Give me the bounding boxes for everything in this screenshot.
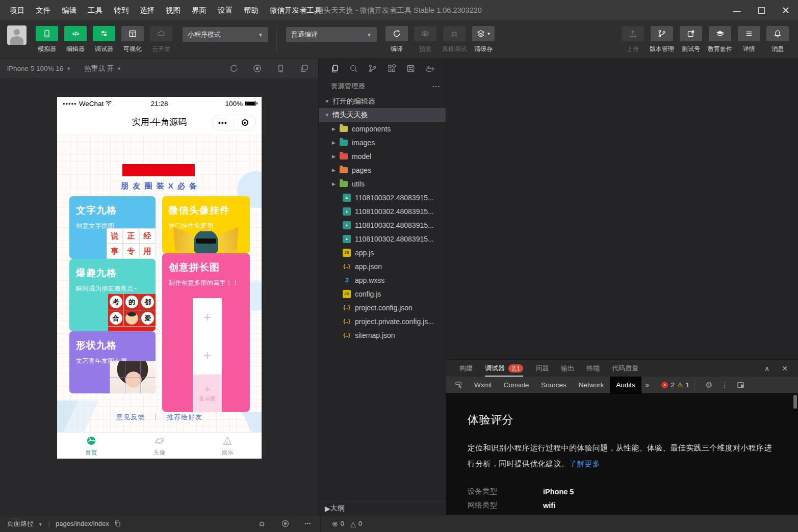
menu-select[interactable]: 选择 [134, 0, 160, 20]
git-branch-icon[interactable] [368, 64, 377, 73]
tab-avatar[interactable]: 头像 [125, 433, 194, 459]
device-select[interactable]: iPhone 5 100% 16 ▼ [7, 65, 71, 72]
file-image-4[interactable]: ▲ 1108100302.48083915... [319, 232, 446, 246]
search-icon[interactable] [349, 64, 358, 73]
close-miniprogram-button[interactable] [234, 119, 255, 126]
more-actions-icon[interactable]: ··· [432, 83, 441, 90]
menu-project[interactable]: 项目 [4, 0, 30, 20]
rotate-device-icon[interactable] [276, 64, 286, 73]
file-app-js[interactable]: JS app.js [319, 246, 446, 259]
messages-button[interactable]: 消息 [764, 24, 791, 54]
file-sitemap-json[interactable]: {..} sitemap.json [319, 328, 446, 342]
folder-utils[interactable]: ▶ utils [319, 177, 446, 191]
user-avatar[interactable] [7, 25, 27, 45]
tab-entertainment[interactable]: 娱乐 [193, 433, 262, 459]
page-path-selector[interactable]: 页面路径 ▼ [7, 519, 43, 528]
visualization-toggle-button[interactable]: 可视化 [119, 24, 146, 54]
file-project-config[interactable]: {..} project.config.json [319, 301, 446, 314]
save-icon[interactable] [406, 64, 416, 73]
file-config-js[interactable]: JS config.js [319, 287, 446, 301]
debugger-toggle-button[interactable]: 调试器 [90, 24, 118, 54]
eye-icon[interactable] [281, 519, 290, 528]
compile-mode-select[interactable]: 普通编译 ▼ [286, 27, 377, 42]
clear-cache-button[interactable]: ▼ 清缓存 [470, 24, 497, 54]
copy-path-icon[interactable] [114, 520, 121, 527]
card-long-image[interactable]: 创意拼长图 制作创意多图的高手！！ + + + 显示图 [162, 253, 250, 412]
test-account-button[interactable]: 测试号 [677, 24, 705, 54]
tab-terminal[interactable]: 终端 [580, 360, 606, 377]
extensions-icon[interactable] [387, 64, 397, 73]
file-image-2[interactable]: ▲ 1108100302.48083915... [319, 204, 446, 218]
menu-edit[interactable]: 编辑 [56, 0, 82, 20]
tab-debugger[interactable]: 调试器 2,1 [479, 360, 529, 377]
menu-interface[interactable]: 界面 [186, 0, 212, 20]
maximize-button[interactable] [749, 0, 774, 20]
editor-toggle-button[interactable]: </> 编辑器 [62, 24, 89, 54]
card-fun-grid[interactable]: 爆趣九格 瞬间成为朋友圈焦点~ 考 的 都 合 爱 [69, 259, 156, 331]
devtools-tab-sources[interactable]: Sources [535, 377, 573, 393]
more-menu-button[interactable]: ••• [212, 119, 234, 126]
remote-debug-button[interactable]: 真机调试 [440, 24, 469, 54]
bug-icon[interactable] [258, 519, 266, 528]
scrollbar-thumb[interactable] [793, 395, 797, 409]
folder-images[interactable]: ▶ images [319, 136, 446, 149]
hot-reload-select[interactable]: 热重载 开 ▼ [84, 64, 121, 73]
kebab-menu-icon[interactable]: ⋮ [720, 381, 728, 390]
folder-components[interactable]: ▶ components [319, 122, 446, 136]
compile-button[interactable]: 编译 [383, 24, 410, 54]
file-project-private-config[interactable]: {..} project.private.config.js... [319, 314, 446, 328]
minimize-button[interactable]: — [725, 0, 749, 20]
folder-pages[interactable]: ▶ pages [319, 163, 446, 177]
menu-view[interactable]: 视图 [160, 0, 186, 20]
more-icon[interactable]: ⋯ [304, 520, 312, 527]
cloud-dev-button[interactable]: 云开发 [147, 24, 175, 54]
section-open-editors[interactable]: ▼ 打开的编辑器 [319, 94, 446, 108]
files-icon[interactable] [330, 64, 340, 73]
devtools-tab-wxml[interactable]: Wxml [468, 377, 498, 393]
card-text-grid[interactable]: 文字九格 创意文字拼图 说 正 经 事 专 用 [69, 196, 156, 259]
file-image-3[interactable]: ▲ 1108100302.48083915... [319, 218, 446, 232]
version-control-button[interactable]: 版本管理 [648, 24, 676, 54]
tab-code-quality[interactable]: 代码质量 [606, 360, 645, 377]
education-suite-button[interactable]: 教育套件 [706, 24, 734, 54]
simulator-toggle-button[interactable]: 模拟器 [33, 24, 61, 54]
problem-counts[interactable]: ⊗0 △0 [332, 520, 366, 528]
file-app-wxss[interactable]: 3 app.wxss [319, 273, 446, 287]
multi-window-icon[interactable] [299, 64, 309, 73]
tab-build[interactable]: 构建 [453, 360, 479, 377]
learn-more-link[interactable]: 了解更多 [569, 459, 600, 468]
feedback-link[interactable]: 意见反馈 [116, 413, 145, 421]
upload-button[interactable]: 上传 [619, 24, 647, 54]
inspect-element-icon[interactable] [449, 381, 468, 389]
card-shape-grid[interactable]: 形状九格 文艺青年发图专属 [69, 331, 156, 393]
menu-help[interactable]: 帮助 [238, 0, 264, 20]
outline-section[interactable]: ▶ 大纲 [319, 501, 446, 515]
devtools-tab-network[interactable]: Network [573, 377, 610, 393]
collapse-panel-icon[interactable]: ∧ [764, 364, 769, 373]
file-app-json[interactable]: {..} app.json [319, 259, 446, 273]
card-avatar-pendant[interactable]: 微信头像挂件 热门挂件免费用- [162, 196, 250, 253]
refresh-icon[interactable] [229, 64, 239, 73]
preview-button[interactable]: 预览 [411, 24, 439, 54]
tab-output[interactable]: 输出 [555, 360, 580, 377]
menu-tools[interactable]: 工具 [82, 0, 108, 20]
console-counts[interactable]: × 2 ⚠ 1 [661, 381, 689, 389]
more-tabs-icon[interactable]: » [641, 381, 654, 389]
mode-select[interactable]: 小程序模式 ▼ [183, 27, 268, 42]
docker-icon[interactable] [425, 64, 434, 73]
tab-home[interactable]: 首页 [57, 433, 125, 459]
section-project-root[interactable]: ▼ 情头天天换 [319, 108, 446, 122]
menu-goto[interactable]: 转到 [108, 0, 134, 20]
menu-settings[interactable]: 设置 [212, 0, 238, 20]
dock-side-icon[interactable] [736, 381, 745, 389]
devtools-tab-console[interactable]: Console [498, 377, 535, 393]
folder-model[interactable]: ▶ model [319, 149, 446, 163]
ad-banner[interactable] [122, 164, 195, 176]
close-button[interactable]: ✕ [774, 0, 798, 20]
close-panel-icon[interactable]: ✕ [782, 364, 788, 373]
recommend-link[interactable]: 推荐给好友 [167, 413, 202, 421]
gear-icon[interactable]: ⚙ [705, 380, 712, 390]
record-icon[interactable] [252, 64, 262, 73]
details-button[interactable]: 详情 [735, 24, 763, 54]
menu-file[interactable]: 文件 [30, 0, 56, 20]
